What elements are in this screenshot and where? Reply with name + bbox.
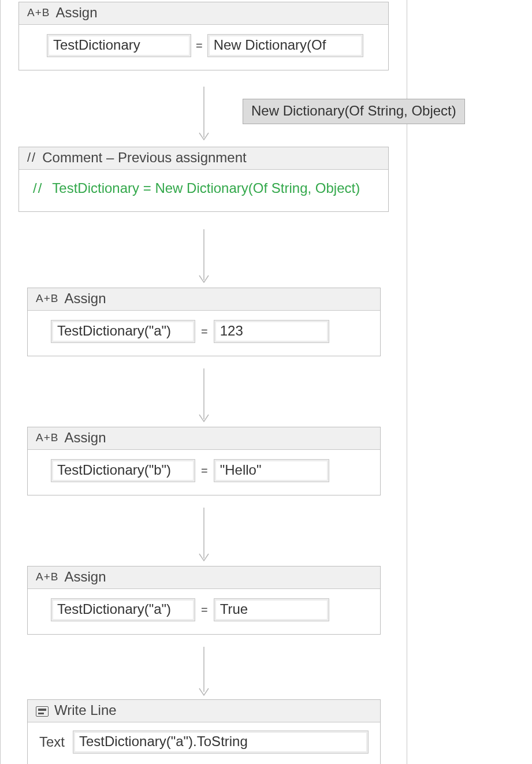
writeline-activity[interactable]: Write Line Text TestDictionary("a").ToSt… [27, 699, 381, 764]
activity-title: Comment – Previous assignment [42, 150, 246, 166]
equals-label: = [195, 39, 204, 53]
assign-to-input[interactable]: TestDictionary("a") [51, 320, 195, 343]
activity-body: TestDictionary("b") = "Hello" [28, 450, 380, 495]
activity-title: Write Line [54, 702, 117, 718]
comment-icon: // [27, 150, 36, 165]
comment-slash: // [33, 178, 43, 199]
connector [197, 87, 211, 144]
assign-value-input[interactable]: True [214, 598, 329, 621]
activity-title: Assign [64, 569, 106, 585]
activity-title: Assign [55, 5, 97, 21]
equals-label: = [200, 464, 209, 478]
expression-tooltip: New Dictionary(Of String, Object) [243, 99, 465, 124]
activity-header: A+B Assign [28, 288, 380, 311]
activity-header: A+B Assign [28, 567, 380, 589]
activity-header: A+B Assign [28, 427, 380, 450]
activity-header: Write Line [28, 700, 380, 722]
assign-value-input[interactable]: New Dictionary(Of [207, 34, 363, 57]
assign-activity-4[interactable]: A+B Assign TestDictionary("a") = True [27, 566, 381, 635]
connector [197, 508, 211, 565]
writeline-icon [36, 706, 49, 717]
activity-header: // Comment – Previous assignment [19, 147, 388, 170]
activity-body: TestDictionary = New Dictionary(Of [19, 25, 388, 70]
assign-to-input[interactable]: TestDictionary("a") [51, 598, 195, 621]
assign-value-input[interactable]: "Hello" [214, 459, 329, 482]
equals-label: = [200, 603, 209, 617]
assign-icon: A+B [36, 571, 58, 583]
assign-to-input[interactable]: TestDictionary("b") [51, 459, 195, 482]
activity-body: TestDictionary("a") = True [28, 589, 380, 634]
connector [197, 647, 211, 699]
connector [197, 229, 211, 287]
writeline-text-input[interactable]: TestDictionary("a").ToString [73, 731, 369, 754]
assign-icon: A+B [27, 6, 50, 19]
activity-title: Assign [64, 430, 106, 446]
activity-body: Text TestDictionary("a").ToString [28, 722, 380, 764]
assign-icon: A+B [36, 292, 58, 305]
assign-activity-2[interactable]: A+B Assign TestDictionary("a") = 123 [27, 288, 381, 356]
assign-to-input[interactable]: TestDictionary [47, 34, 191, 57]
assign-activity-3[interactable]: A+B Assign TestDictionary("b") = "Hello" [27, 427, 381, 495]
workflow-canvas[interactable]: A+B Assign TestDictionary = New Dictiona… [0, 0, 407, 764]
comment-body: // TestDictionary = New Dictionary(Of St… [19, 170, 388, 211]
equals-label: = [200, 325, 209, 338]
assign-value-input[interactable]: 123 [214, 320, 329, 343]
assign-icon: A+B [36, 431, 58, 444]
comment-activity[interactable]: // Comment – Previous assignment // Test… [18, 147, 389, 212]
activity-body: TestDictionary("a") = 123 [28, 311, 380, 356]
activity-title: Assign [64, 290, 106, 307]
assign-activity-1[interactable]: A+B Assign TestDictionary = New Dictiona… [18, 2, 389, 70]
activity-header: A+B Assign [19, 2, 388, 25]
writeline-text-label: Text [39, 734, 65, 750]
comment-text[interactable]: TestDictionary = New Dictionary(Of Strin… [52, 178, 374, 199]
connector [197, 368, 211, 426]
